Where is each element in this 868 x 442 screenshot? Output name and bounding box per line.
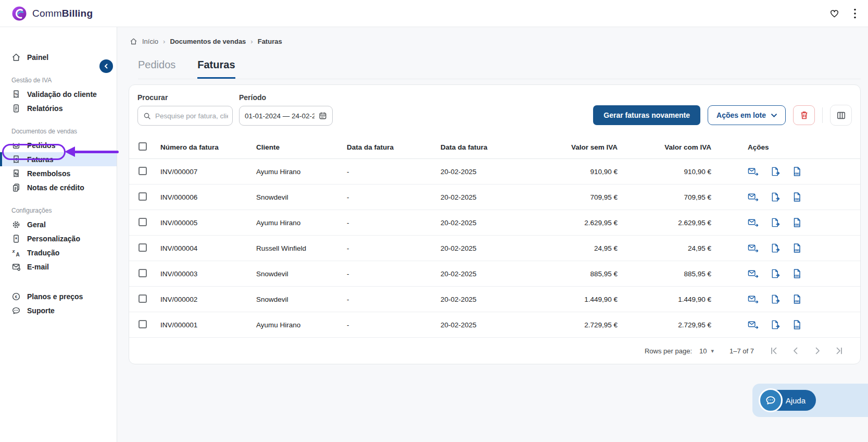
export-document-icon[interactable]	[770, 268, 781, 279]
column-header-client[interactable]: Cliente	[256, 143, 347, 151]
export-xml-icon[interactable]: XML	[792, 192, 802, 202]
send-email-icon[interactable]	[748, 294, 759, 304]
breadcrumb-home-icon[interactable]	[130, 38, 137, 45]
send-email-icon[interactable]	[748, 218, 759, 227]
chevron-right-icon: ›	[163, 38, 165, 45]
svg-text:XML: XML	[794, 172, 800, 175]
send-email-icon[interactable]	[748, 167, 759, 176]
cell-invoice-date-2: 20-02-2025	[441, 270, 545, 278]
previous-page-icon[interactable]	[791, 347, 800, 355]
cell-gross-amount: 709,95 €	[618, 193, 711, 201]
rows-per-page-select[interactable]: 10 ▾	[699, 347, 714, 355]
help-button[interactable]: Ajuda	[762, 390, 816, 411]
export-document-icon[interactable]	[770, 192, 781, 202]
cell-client: Ayumu Hirano	[256, 168, 347, 176]
regenerate-invoices-button[interactable]: Gerar faturas novamente	[593, 105, 700, 125]
table-row[interactable]: INV/000006 Snowdevil - 20-02-2025 709,95…	[129, 185, 860, 210]
export-xml-icon[interactable]: XML	[792, 268, 802, 279]
sidebar-item-relatorios[interactable]: Relatórios	[0, 101, 117, 115]
kebab-menu-icon[interactable]	[853, 8, 857, 19]
column-header-invoice-date-1[interactable]: Data da fatura	[347, 143, 441, 151]
send-email-icon[interactable]	[748, 243, 759, 253]
column-header-gross-amount[interactable]: Valor com IVA	[618, 143, 711, 151]
table-row[interactable]: INV/000005 Ayumu Hirano - 20-02-2025 2.6…	[129, 210, 860, 236]
send-email-icon[interactable]	[748, 192, 759, 202]
send-email-icon[interactable]	[748, 269, 759, 278]
export-document-icon[interactable]	[770, 294, 781, 304]
cell-net-amount: 885,95 €	[545, 270, 618, 278]
sidebar-item-email[interactable]: E-mail	[0, 260, 117, 274]
sidebar-item-suporte[interactable]: Suporte	[0, 303, 117, 317]
table-row[interactable]: INV/000004 Russell Winfield - 20-02-2025…	[129, 236, 860, 261]
export-document-icon[interactable]	[770, 217, 781, 228]
sidebar-item-planos-e-precos[interactable]: € Planos e preços	[0, 289, 117, 303]
favorites-heart-icon[interactable]	[829, 8, 840, 19]
first-page-icon[interactable]	[770, 347, 778, 355]
column-settings-button[interactable]	[830, 105, 852, 126]
export-xml-icon[interactable]: XML	[792, 243, 802, 253]
column-header-invoice-number[interactable]: Número da fatura	[160, 143, 256, 151]
next-page-icon[interactable]	[813, 347, 822, 355]
export-xml-icon[interactable]: XML	[792, 320, 802, 330]
period-range-input[interactable]: 01-01-2024 — 24-02-2025	[239, 106, 333, 126]
sidebar-item-notas-de-credito[interactable]: Notas de crédito	[0, 180, 117, 194]
column-header-invoice-date-2[interactable]: Data da fatura	[441, 143, 545, 151]
tab-pedidos[interactable]: Pedidos	[138, 59, 175, 79]
sidebar-item-painel[interactable]: Painel	[0, 50, 117, 64]
row-checkbox[interactable]	[139, 320, 147, 328]
receipt-percent-icon: %	[11, 90, 21, 99]
export-document-icon[interactable]	[770, 243, 781, 253]
chevron-right-icon: ›	[250, 38, 253, 45]
cell-invoice-number: INV/000007	[160, 168, 256, 176]
filter-toolbar: Procurar Período 01-01-2024 — 24-02-2025	[129, 85, 860, 136]
cell-net-amount: 910,90 €	[545, 168, 618, 176]
search-input[interactable]	[155, 112, 228, 120]
cell-invoice-date-2: 20-02-2025	[441, 219, 545, 227]
breadcrumb-item-documentos[interactable]: Documentos de vendas	[170, 38, 246, 45]
svg-text:XML: XML	[794, 223, 800, 226]
column-header-net-amount[interactable]: Valor sem IVA	[545, 143, 618, 151]
last-page-icon[interactable]	[835, 347, 844, 355]
search-icon	[143, 112, 151, 120]
select-all-checkbox[interactable]	[139, 142, 147, 151]
row-checkbox[interactable]	[139, 269, 147, 277]
table-row[interactable]: INV/000007 Ayumu Hirano - 20-02-2025 910…	[129, 159, 860, 185]
export-xml-icon[interactable]: XML	[792, 166, 802, 177]
svg-text:XML: XML	[794, 325, 800, 328]
svg-text:XML: XML	[794, 249, 800, 252]
table-row[interactable]: INV/000003 Snowdevil - 20-02-2025 885,95…	[129, 261, 860, 287]
svg-text:€: €	[15, 156, 18, 161]
export-xml-icon[interactable]: XML	[792, 217, 802, 228]
sidebar-item-geral[interactable]: Geral	[0, 217, 117, 231]
export-xml-icon[interactable]: XML	[792, 294, 802, 304]
svg-text:x: x	[12, 249, 16, 254]
svg-text:XML: XML	[794, 300, 800, 303]
cell-gross-amount: 2.629,95 €	[618, 219, 711, 227]
export-document-icon[interactable]	[770, 320, 781, 330]
batch-actions-button[interactable]: Ações em lote	[708, 105, 786, 125]
row-checkbox[interactable]	[139, 243, 147, 252]
sidebar-item-reembolsos[interactable]: Reembolsos	[0, 166, 117, 180]
translate-icon: xA	[11, 248, 21, 257]
breadcrumb-item-inicio[interactable]: Início	[142, 38, 158, 45]
export-document-icon[interactable]	[770, 166, 781, 177]
delete-button[interactable]	[793, 105, 815, 125]
table-row[interactable]: INV/000002 Snowdevil - 20-02-2025 1.449,…	[129, 287, 860, 312]
row-checkbox[interactable]	[139, 192, 147, 201]
row-checkbox[interactable]	[139, 294, 147, 303]
sidebar-item-pedidos[interactable]: Pedidos	[0, 138, 117, 152]
row-checkbox[interactable]	[139, 167, 147, 175]
receipt-euro-icon: €	[11, 155, 21, 164]
cell-net-amount: 709,95 €	[545, 193, 618, 201]
tab-faturas[interactable]: Faturas	[197, 59, 235, 79]
send-email-icon[interactable]	[748, 320, 759, 329]
cell-invoice-date-2: 20-02-2025	[441, 321, 545, 329]
sidebar-item-traducao[interactable]: xA Tradução	[0, 245, 117, 260]
sidebar-item-validacao-do-cliente[interactable]: % Validação do cliente	[0, 87, 117, 101]
row-checkbox[interactable]	[139, 218, 147, 226]
sidebar-item-personalizacao[interactable]: * Personalização	[0, 231, 117, 245]
sidebar-item-faturas[interactable]: € Faturas	[0, 152, 117, 166]
table-row[interactable]: INV/000001 Ayumu Hirano - 20-02-2025 2.7…	[129, 312, 860, 338]
euro-circle-icon: €	[11, 292, 21, 301]
dropdown-caret-icon: ▾	[711, 348, 714, 354]
